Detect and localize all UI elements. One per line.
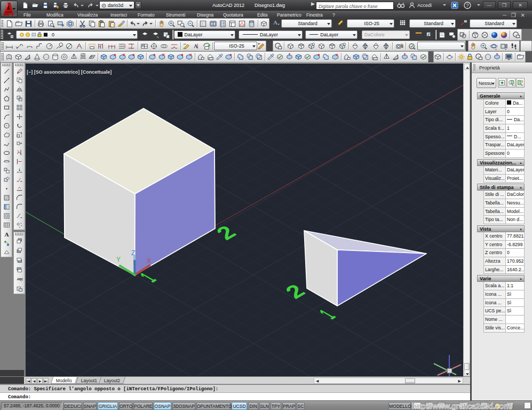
svg-text:Y: Y [116,256,121,263]
svg-text:A: A [4,231,9,238]
svg-text:A: A [273,19,277,26]
svg-text:[−] [SO assonometrico] [Concet: [−] [SO assonometrico] [Concettuale] [27,69,112,75]
svg-text:X: X [147,257,151,265]
svg-text:A: A [194,43,198,49]
svg-text:ABC: ABC [17,278,22,281]
svg-text:Z: Z [131,249,135,257]
svg-text:?: ? [466,3,469,8]
